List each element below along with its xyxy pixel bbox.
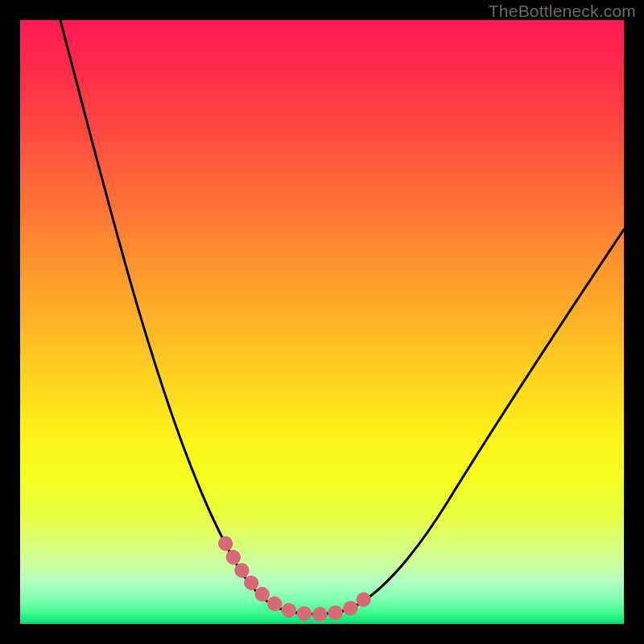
curve-layer: [20, 20, 624, 624]
watermark-text: TheBottleneck.com: [489, 2, 636, 21]
optimal-region-dots: [225, 543, 371, 614]
chart-frame: TheBottleneck.com: [0, 0, 644, 644]
plot-area: [20, 20, 624, 624]
bottleneck-curve: [60, 20, 624, 614]
